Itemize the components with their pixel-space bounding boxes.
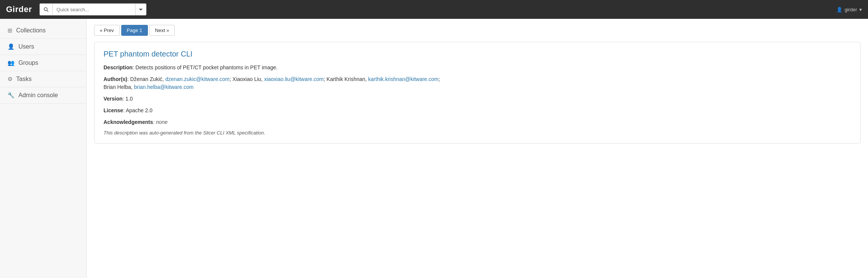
version-label: Version	[104, 96, 123, 102]
page1-button[interactable]: Page 1	[121, 25, 148, 36]
version-value: : 1.0	[123, 96, 133, 102]
acknowledgements-row: Acknowledgements: none	[104, 118, 851, 126]
user-dropdown-icon: ▾	[859, 7, 862, 12]
search-dropdown-button[interactable]	[135, 3, 146, 15]
sidebar-item-admin-console[interactable]: 🔧 Admin console	[0, 87, 86, 104]
item-title[interactable]: PET phantom detector CLI	[104, 50, 851, 58]
sidebar-label-groups: Groups	[18, 60, 38, 66]
license-value: : Apache 2.0	[123, 107, 152, 113]
item-note: This description was auto-generated from…	[104, 130, 851, 136]
sidebar-label-users: Users	[18, 43, 34, 50]
sidebar-item-tasks[interactable]: ⚙ Tasks	[0, 71, 86, 87]
author3-email-link[interactable]: karthik.krishnan@kitware.com	[368, 76, 439, 82]
user-menu[interactable]: 👤 girder ▾	[836, 7, 862, 12]
groups-icon: 👥	[8, 60, 15, 66]
authors-row: Author(s): Dženan Zukić, dzenan.zukic@ki…	[104, 75, 851, 91]
item-card: PET phantom detector CLI Description: De…	[94, 42, 860, 144]
users-icon: 👤	[8, 43, 15, 50]
tasks-icon: ⚙	[8, 76, 12, 82]
navbar: Girder 👤 girder ▾	[0, 0, 868, 19]
authors-prefix: : Dženan Zukić,	[127, 76, 165, 82]
page-layout: ⊞ Collections 👤 Users 👥 Groups ⚙ Tasks 🔧…	[0, 19, 868, 278]
authors-mid2: ; Karthik Krishnan,	[324, 76, 368, 82]
description-text: : Detects positions of PET/CT pocket pha…	[132, 64, 277, 70]
acknowledgements-label: Acknowledgements	[104, 119, 153, 125]
admin-icon: 🔧	[8, 92, 15, 99]
authors-label: Author(s)	[104, 76, 127, 82]
author1-email-link[interactable]: dzenan.zukic@kitware.com	[165, 76, 230, 82]
sidebar-label-collections: Collections	[16, 27, 46, 34]
username: girder	[845, 7, 857, 12]
svg-line-1	[47, 10, 49, 12]
description-row: Description: Detects positions of PET/CT…	[104, 64, 851, 72]
acknowledgements-value: : none	[153, 119, 168, 125]
author4-prefix: Brian Helba,	[104, 84, 134, 90]
author2-email-link[interactable]: xiaoxiao.liu@kitware.com	[264, 76, 324, 82]
authors-suffix: ;	[439, 76, 440, 82]
svg-marker-2	[139, 9, 143, 11]
license-label: License	[104, 107, 123, 113]
license-row: License: Apache 2.0	[104, 107, 851, 115]
next-button[interactable]: Next »	[149, 25, 175, 36]
version-row: Version: 1.0	[104, 95, 851, 103]
sidebar-item-groups[interactable]: 👥 Groups	[0, 55, 86, 71]
prev-button[interactable]: « Prev	[94, 25, 120, 36]
sidebar-item-collections[interactable]: ⊞ Collections	[0, 23, 86, 39]
search-input[interactable]	[52, 3, 135, 15]
app-brand: Girder	[6, 5, 32, 14]
sidebar-label-admin: Admin console	[18, 92, 58, 99]
search-bar	[40, 3, 146, 15]
sidebar: ⊞ Collections 👤 Users 👥 Groups ⚙ Tasks 🔧…	[0, 19, 87, 278]
author4-email-link[interactable]: brian.helba@kitware.com	[134, 84, 193, 90]
svg-point-0	[44, 8, 47, 11]
collections-icon: ⊞	[8, 27, 12, 34]
sidebar-label-tasks: Tasks	[16, 76, 32, 82]
user-icon: 👤	[836, 7, 842, 12]
search-button[interactable]	[40, 3, 52, 15]
pagination: « Prev Page 1 Next »	[94, 25, 860, 36]
sidebar-item-users[interactable]: 👤 Users	[0, 39, 86, 55]
description-label: Description	[104, 64, 132, 70]
main-content: « Prev Page 1 Next » PET phantom detecto…	[87, 19, 868, 278]
authors-mid1: ; Xiaoxiao Liu,	[230, 76, 264, 82]
